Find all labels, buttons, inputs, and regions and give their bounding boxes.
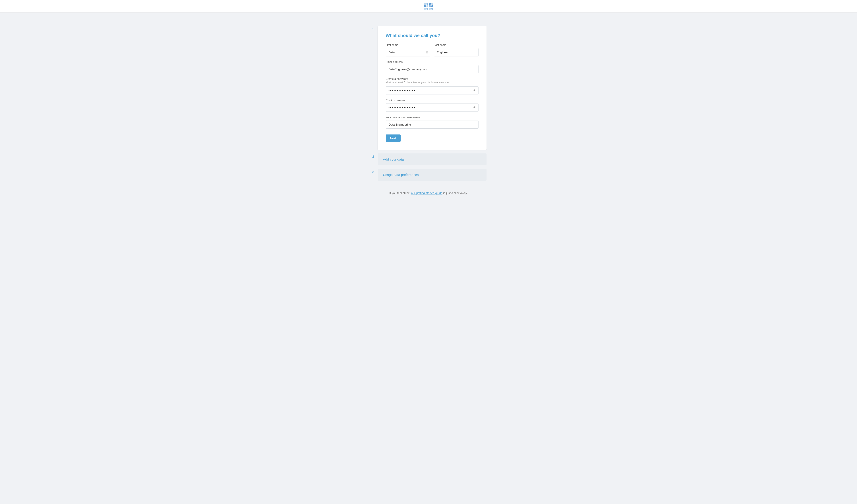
confirm-password-input-wrapper: 👁 <box>386 103 478 112</box>
password-input-wrapper: 👁 <box>386 86 478 95</box>
password-group: Create a password Must be at least 6 cha… <box>386 77 478 95</box>
first-name-group: First name ⊟ <box>386 44 430 56</box>
logo-icon <box>424 3 433 10</box>
step-3-title: Usage data preferences <box>383 173 419 177</box>
email-input[interactable] <box>386 65 478 73</box>
confirm-password-section: Confirm password 👁 <box>386 99 478 112</box>
step-1-title: What should we call you? <box>386 33 478 38</box>
confirm-password-toggle-icon[interactable]: 👁 <box>473 106 476 109</box>
email-group: Email address <box>386 60 478 73</box>
confirm-password-input[interactable] <box>386 103 478 112</box>
step-2-container: 2 Add your data <box>370 153 487 165</box>
step-3-number: 3 <box>370 169 374 174</box>
footer: If you feel stuck, our getting started g… <box>389 191 468 195</box>
main-content: 1 What should we call you? First name ⊟ … <box>0 13 857 504</box>
next-button[interactable]: Next <box>386 135 401 142</box>
last-name-input[interactable] <box>434 48 478 56</box>
company-label: Your company or team name <box>386 116 478 119</box>
password-label: Create a password <box>386 77 478 81</box>
last-name-group: Last name <box>434 44 478 56</box>
top-bar <box>0 0 857 13</box>
email-label: Email address <box>386 60 478 64</box>
step-1-card: What should we call you? First name ⊟ La… <box>377 26 487 150</box>
step-2-number: 2 <box>370 153 374 158</box>
step-2-card[interactable]: Add your data <box>377 153 487 165</box>
company-section: Your company or team name <box>386 116 478 129</box>
last-name-label: Last name <box>434 44 478 47</box>
autofill-icon: ⊟ <box>425 51 428 54</box>
footer-text-before: If you feel stuck, <box>389 191 410 195</box>
step-1-number: 1 <box>370 26 374 31</box>
first-name-input-wrapper: ⊟ <box>386 48 430 56</box>
step-2-title: Add your data <box>383 157 404 161</box>
footer-text-after: is just a click away. <box>443 191 468 195</box>
password-hint: Must be at least 6 characters long and i… <box>386 81 478 84</box>
password-section: Create a password Must be at least 6 cha… <box>386 77 478 95</box>
step-1-container: 1 What should we call you? First name ⊟ … <box>370 26 487 150</box>
first-name-input[interactable] <box>386 48 430 56</box>
step-3-container: 3 Usage data preferences <box>370 169 487 181</box>
confirm-password-group: Confirm password 👁 <box>386 99 478 112</box>
first-name-label: First name <box>386 44 430 47</box>
email-section: Email address <box>386 60 478 73</box>
company-input[interactable] <box>386 120 478 129</box>
password-toggle-icon[interactable]: 👁 <box>473 89 476 92</box>
step-3-card[interactable]: Usage data preferences <box>377 169 487 181</box>
company-group: Your company or team name <box>386 116 478 129</box>
confirm-password-label: Confirm password <box>386 99 478 102</box>
getting-started-link[interactable]: our getting started guide <box>411 191 442 195</box>
password-input[interactable] <box>386 86 478 95</box>
logo <box>424 3 433 10</box>
name-row: First name ⊟ Last name <box>386 44 478 56</box>
